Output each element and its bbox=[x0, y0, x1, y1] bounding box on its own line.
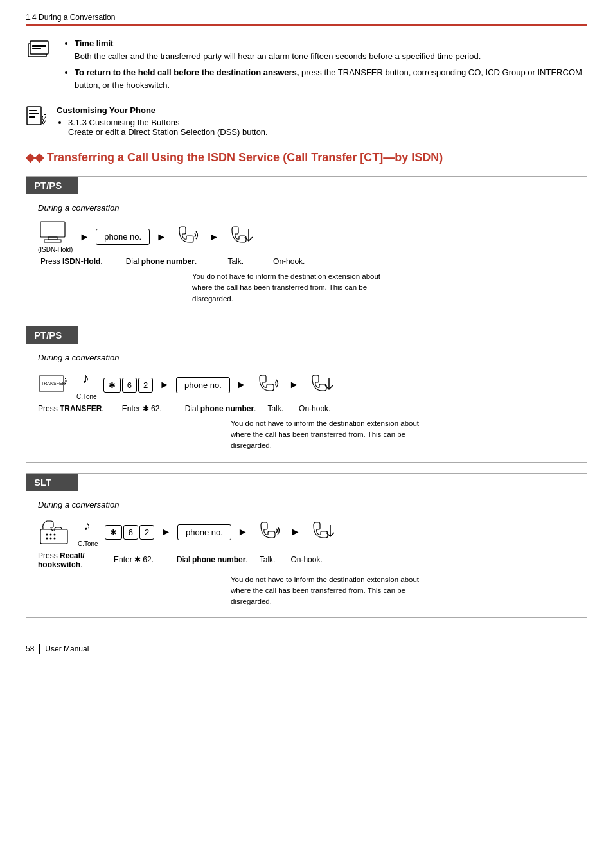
panel-3-header: SLT bbox=[26, 474, 78, 491]
panel-3-during: During a conversation bbox=[38, 500, 575, 509]
panel-2-during: During a conversation bbox=[38, 353, 575, 362]
panel-3-note: You do not have to inform the destinatio… bbox=[231, 574, 430, 608]
panel-3-flow: ♪ C.Tone ✱ 6 2 ► phone no. ► bbox=[38, 517, 575, 547]
panel-3-labels: Press Recall/hookswitch. Enter ✱ 62. Dia… bbox=[38, 551, 575, 569]
panel-2-flow: TRANSFER ♪ C.Tone ✱ 6 2 ► phone no. bbox=[38, 370, 575, 400]
tip-text-2: To return to the held call before the de… bbox=[75, 67, 582, 90]
phone-no-btn-3: phone no. bbox=[177, 524, 231, 540]
tip-block: Time limit Both the caller and the trans… bbox=[26, 37, 587, 95]
keyseq-3: ✱ 6 2 bbox=[105, 525, 154, 540]
customise-content: Customising Your Phone 3.1.3 Customising… bbox=[57, 105, 268, 137]
label-talk-2: Talk. bbox=[267, 404, 283, 413]
svg-point-15 bbox=[46, 534, 48, 536]
diamond-icons: ◆◆ bbox=[26, 151, 47, 164]
panel-3-body: During a conversation bbox=[26, 491, 587, 618]
onhook-icon-3 bbox=[307, 520, 337, 545]
label-enter-62-3: Enter ✱ 62. bbox=[114, 555, 165, 564]
svg-point-16 bbox=[50, 534, 52, 536]
label-dial-1: Dial phone number. bbox=[126, 257, 197, 266]
arrow-4: ► bbox=[159, 379, 170, 391]
arrow-3: ► bbox=[209, 231, 219, 243]
panel-1-during: During a conversation bbox=[38, 203, 575, 213]
customise-title: Customising Your Phone bbox=[57, 105, 268, 115]
svg-rect-10 bbox=[44, 240, 61, 242]
panel-2-body: During a conversation TRANSFER ♪ C.Tone bbox=[26, 344, 587, 462]
talk-icon-1 bbox=[173, 224, 202, 249]
key-star-3: ✱ bbox=[105, 525, 122, 540]
tip-text-1: Both the caller and the transferred part… bbox=[75, 51, 481, 61]
customise-item-1: 3.1.3 Customising the Buttons Create or … bbox=[68, 118, 268, 137]
key-2-2: 2 bbox=[138, 378, 153, 393]
svg-text:♪: ♪ bbox=[82, 370, 89, 386]
arrow-9: ► bbox=[290, 526, 301, 538]
ctone-item-3: ♪ C.Tone bbox=[78, 517, 98, 547]
transfer-icon-item: TRANSFER bbox=[38, 373, 70, 396]
tip-item-2: To return to the held call before the de… bbox=[75, 66, 587, 91]
ctone-item-2: ♪ C.Tone bbox=[76, 370, 97, 400]
panel-2-header: PT/PS bbox=[26, 326, 78, 344]
svg-point-19 bbox=[50, 538, 52, 540]
customise-block: Customising Your Phone 3.1.3 Customising… bbox=[26, 105, 587, 137]
arrow-1: ► bbox=[79, 231, 89, 243]
tip-item-1: Time limit Both the caller and the trans… bbox=[75, 37, 587, 62]
isdn-hold-item: (ISDN-Hold) bbox=[38, 220, 73, 253]
svg-rect-7 bbox=[29, 116, 35, 118]
panel-3: SLT During a conversation bbox=[26, 473, 587, 619]
tip-title-1: Time limit bbox=[75, 39, 113, 48]
svg-rect-9 bbox=[48, 237, 57, 240]
panel-2-note: You do not have to inform the destinatio… bbox=[231, 418, 430, 452]
panel-1-flow: (ISDN-Hold) ► phone no. ► ► bbox=[38, 220, 575, 253]
label-onhook-2: On-hook. bbox=[299, 404, 330, 413]
svg-text:TRANSFER: TRANSFER bbox=[41, 381, 66, 385]
panel-2-labels: Press TRANSFER. Enter ✱ 62. Dial phone n… bbox=[38, 404, 575, 413]
svg-point-17 bbox=[54, 534, 56, 536]
arrow-7: ► bbox=[161, 526, 171, 538]
phone-no-btn-1: phone no. bbox=[96, 229, 150, 245]
isdn-hold-label: (ISDN-Hold) bbox=[38, 246, 73, 253]
keyseq-2: ✱ 6 2 bbox=[103, 378, 153, 393]
key-6-3: 6 bbox=[123, 525, 138, 540]
key-2-3: 2 bbox=[139, 525, 154, 540]
customise-icon bbox=[26, 105, 50, 127]
label-enter-62-2: Enter ✱ 62. bbox=[122, 404, 173, 413]
ctone-label-2: C.Tone bbox=[76, 393, 97, 400]
panel-1-header: PT/PS bbox=[26, 177, 78, 194]
svg-rect-8 bbox=[40, 222, 65, 237]
tip-phone-icon bbox=[26, 39, 54, 67]
onhook-icon-2 bbox=[306, 373, 335, 398]
talk-icon-3 bbox=[254, 520, 284, 545]
svg-rect-2 bbox=[32, 45, 46, 47]
svg-rect-4 bbox=[27, 107, 41, 125]
label-recall: Press Recall/hookswitch. bbox=[38, 551, 96, 569]
isdn-hold-icon bbox=[38, 220, 73, 245]
label-onhook-3: On-hook. bbox=[290, 555, 322, 564]
label-isdn-hold: Press ISDN-Hold. bbox=[40, 257, 103, 266]
arrow-2: ► bbox=[156, 231, 166, 243]
section-title-text: 1.4 During a Conversation bbox=[26, 13, 115, 22]
arrow-8: ► bbox=[238, 526, 248, 538]
panel-1: PT/PS During a conversation (ISDN-Hold) … bbox=[26, 176, 587, 315]
panel-1-labels: Press ISDN-Hold. Dial phone number. Talk… bbox=[40, 257, 575, 266]
tip-content: Time limit Both the caller and the trans… bbox=[63, 37, 587, 95]
label-transfer: Press TRANSFER. bbox=[38, 404, 104, 413]
svg-point-20 bbox=[54, 538, 56, 540]
label-dial-2: Dial phone number. bbox=[185, 404, 256, 413]
svg-rect-3 bbox=[32, 48, 41, 49]
main-section-title: ◆◆ Transferring a Call Using the ISDN Se… bbox=[26, 150, 587, 166]
talk-icon-2 bbox=[253, 373, 283, 398]
ctone-label-3: C.Tone bbox=[78, 540, 98, 547]
svg-rect-6 bbox=[29, 113, 39, 114]
onhook-icon-1 bbox=[226, 224, 255, 249]
label-talk-1: Talk. bbox=[227, 257, 244, 266]
svg-point-18 bbox=[46, 538, 48, 540]
section-header: 1.4 During a Conversation bbox=[26, 13, 587, 26]
phone-no-btn-2: phone no. bbox=[176, 377, 230, 393]
label-talk-3: Talk. bbox=[260, 555, 276, 564]
svg-text:♪: ♪ bbox=[84, 517, 91, 533]
footer-label: User Manual bbox=[45, 644, 89, 653]
key-6-2: 6 bbox=[122, 378, 137, 393]
arrow-5: ► bbox=[236, 379, 247, 391]
svg-rect-1 bbox=[30, 41, 48, 54]
svg-rect-14 bbox=[40, 529, 67, 544]
key-star-2: ✱ bbox=[103, 378, 121, 393]
